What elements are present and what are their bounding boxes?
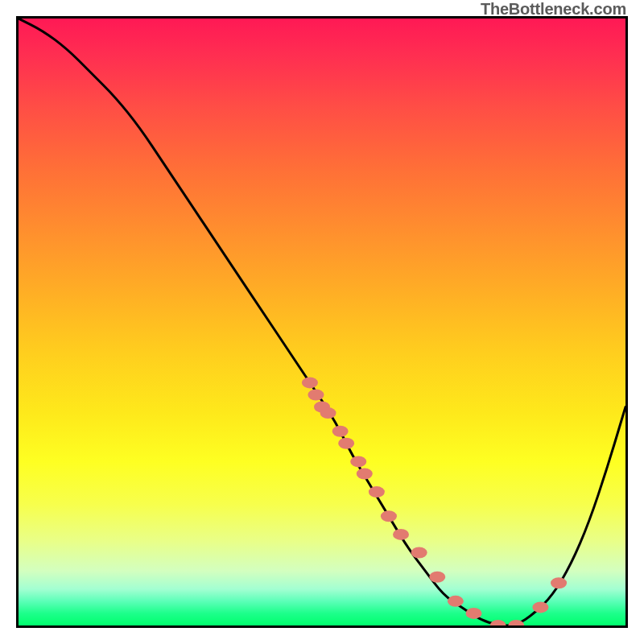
- scatter-markers: [302, 377, 567, 625]
- chart-plot: [19, 19, 625, 625]
- scatter-marker: [429, 572, 445, 583]
- scatter-marker: [320, 407, 336, 419]
- scatter-marker: [551, 577, 567, 588]
- scatter-marker: [302, 377, 318, 388]
- scatter-marker: [490, 620, 506, 625]
- scatter-marker: [448, 596, 464, 607]
- scatter-marker: [357, 469, 373, 480]
- curve-path: [19, 19, 625, 625]
- scatter-marker: [393, 529, 409, 540]
- scatter-marker: [532, 601, 548, 613]
- scatter-marker: [332, 426, 349, 437]
- scatter-marker: [381, 510, 397, 522]
- scatter-marker: [466, 608, 482, 619]
- scatter-marker: [350, 456, 366, 467]
- scatter-marker: [411, 547, 427, 559]
- scatter-marker: [338, 438, 354, 449]
- scatter-marker: [308, 389, 324, 400]
- chart-frame: [16, 16, 628, 628]
- scatter-marker: [369, 486, 385, 497]
